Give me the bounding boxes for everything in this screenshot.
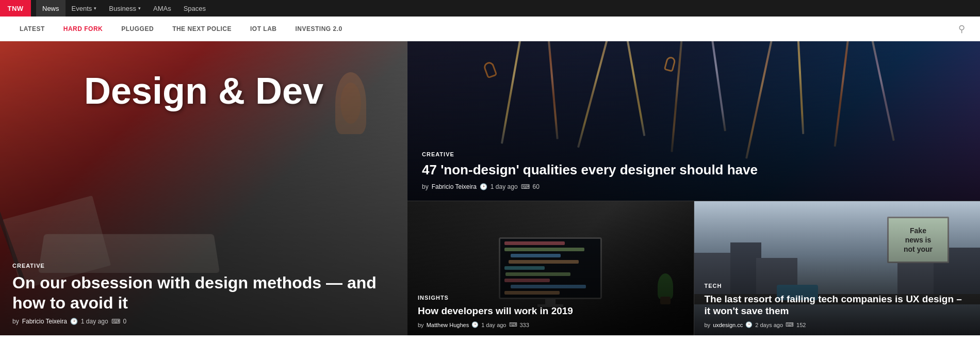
nav-item-business[interactable]: Business ▾: [103, 0, 147, 17]
bottom-right-author: uxdesign.cc: [713, 322, 743, 328]
bottom-left-author: Matthew Hughes: [427, 322, 469, 328]
logo[interactable]: TNW: [0, 0, 31, 17]
hero-category: CREATIVE: [12, 263, 395, 269]
bottom-left-shares: 333: [520, 322, 529, 328]
top-right-content: CREATIVE 47 'non-design' qualities every…: [407, 141, 980, 201]
nav-item-events[interactable]: Events ▾: [66, 0, 103, 17]
right-section: CREATIVE 47 'non-design' qualities every…: [407, 41, 980, 335]
nav-item-news[interactable]: News: [36, 0, 66, 17]
hero-article[interactable]: Design & Dev CREATIVE On our obsession w…: [0, 41, 407, 335]
top-right-time: 1 day ago: [491, 183, 518, 190]
top-right-author: Fabricio Teixeira: [432, 183, 477, 190]
bottom-row: INSIGHTS How developers will work in 201…: [407, 201, 980, 335]
subnav-plugged[interactable]: PLUGGED: [112, 17, 163, 41]
subnav-next-police[interactable]: THE NEXT POLICE: [163, 17, 241, 41]
bottom-right-meta: by uxdesign.cc 🕑 2 days ago ⌨ 152: [705, 321, 970, 328]
share-icon-4: ⌨: [786, 321, 794, 328]
subnav-hard-fork[interactable]: HARD FORK: [54, 17, 112, 41]
share-icon-2: ⌨: [521, 183, 530, 190]
hero-shares: 0: [123, 318, 127, 325]
top-right-title[interactable]: 47 'non-design' qualities every designer…: [422, 161, 966, 178]
search-button[interactable]: ⚲: [953, 21, 970, 37]
nav-item-spaces[interactable]: Spaces: [177, 0, 212, 17]
sub-nav-links: LATEST HARD FORK PLUGGED THE NEXT POLICE…: [10, 17, 352, 41]
bottom-right-content: TECH The last resort of failing tech com…: [694, 275, 981, 336]
search-icon: ⚲: [958, 23, 965, 35]
bottom-right-time: 2 days ago: [755, 322, 783, 328]
sub-nav: LATEST HARD FORK PLUGGED THE NEXT POLICE…: [0, 17, 980, 41]
hero-section-title-area: Design & Dev: [0, 41, 407, 120]
top-right-category: CREATIVE: [422, 151, 966, 157]
top-nav-links: News Events ▾ Business ▾ AMAs Spaces: [36, 0, 212, 17]
logo-text: TNW: [7, 5, 23, 12]
top-right-shares: 60: [533, 183, 540, 190]
content-grid: Design & Dev CREATIVE On our obsession w…: [0, 41, 980, 335]
bottom-left-article[interactable]: INSIGHTS How developers will work in 201…: [407, 201, 694, 335]
chevron-down-icon: ▾: [94, 6, 96, 11]
hero-author: Fabricio Teixeira: [22, 318, 67, 325]
share-icon: ⌨: [111, 318, 120, 325]
bottom-left-title[interactable]: How developers will work in 2019: [418, 305, 683, 317]
bottom-left-content: INSIGHTS How developers will work in 201…: [407, 287, 694, 335]
bottom-right-title[interactable]: The last resort of failing tech companie…: [705, 293, 970, 318]
subnav-investing[interactable]: INVESTING 2.0: [286, 17, 351, 41]
hero-time: 1 day ago: [81, 318, 108, 325]
bottom-right-shares: 152: [796, 322, 806, 328]
bottom-right-category: TECH: [705, 283, 970, 289]
nav-item-amas[interactable]: AMAs: [147, 0, 177, 17]
bottom-right-article[interactable]: Fake news is not your TECH The last reso…: [694, 201, 981, 335]
top-right-article[interactable]: CREATIVE 47 'non-design' qualities every…: [407, 41, 980, 201]
top-nav: TNW News Events ▾ Business ▾ AMAs Spaces: [0, 0, 980, 17]
bottom-left-time: 1 day ago: [481, 322, 506, 328]
subnav-iot-lab[interactable]: IOT LAB: [241, 17, 286, 41]
bottom-left-category: INSIGHTS: [418, 295, 683, 301]
hero-left-bottom: CREATIVE On our obsession with design me…: [0, 252, 407, 335]
share-icon-3: ⌨: [509, 321, 517, 328]
subnav-latest[interactable]: LATEST: [10, 17, 54, 41]
top-right-meta: by Fabricio Teixeira 🕑 1 day ago ⌨ 60: [422, 183, 966, 190]
hero-section-title: Design & Dev: [84, 72, 323, 109]
hero-article-meta: by Fabricio Teixeira 🕑 1 day ago ⌨ 0: [12, 318, 395, 325]
hero-article-title[interactable]: On our obsession with design methods — a…: [12, 273, 395, 313]
bottom-left-meta: by Matthew Hughes 🕑 1 day ago ⌨ 333: [418, 321, 683, 328]
chevron-down-icon: ▾: [138, 6, 141, 11]
